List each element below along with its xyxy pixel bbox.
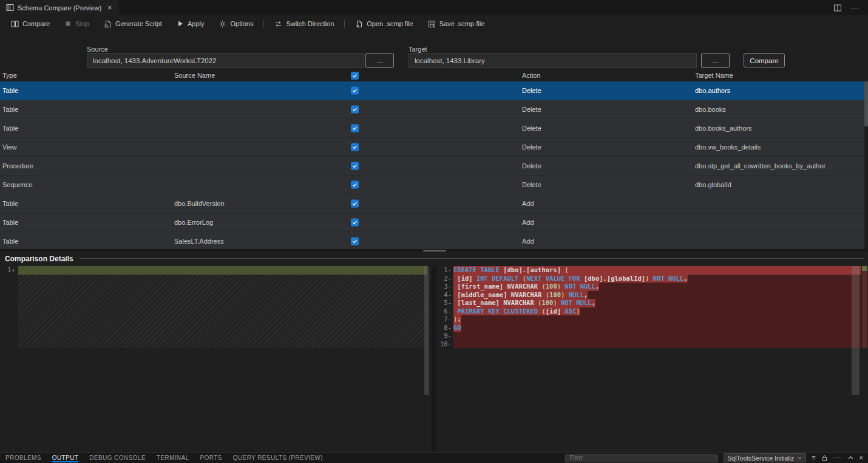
bottom-panel-bar: PROBLEMS OUTPUT DEBUG CONSOLE TERMINAL P…	[0, 452, 868, 463]
comparison-details-header: Comparison Details	[0, 252, 868, 266]
toolbar-label: Stop	[75, 20, 89, 27]
cell-source-name: SalesLT.Address	[174, 238, 224, 245]
code-line: 6- PRIMARY KEY CLUSTERED ([id] ASC)	[436, 307, 868, 316]
chevron-down-icon	[797, 455, 802, 461]
cell-target-name: dbo.books	[695, 106, 726, 113]
close-icon[interactable]: ×	[107, 4, 112, 12]
left-scrollbar-thumb[interactable]	[424, 266, 429, 395]
toolbar-label: Options	[230, 20, 253, 27]
stop-toolbar-button[interactable]: Stop	[57, 17, 97, 30]
table-row[interactable]: Table Delete dbo.books	[0, 100, 864, 119]
panel-tab-ports[interactable]: PORTS	[195, 453, 228, 463]
panel-tab-output[interactable]: OUTPUT	[47, 453, 84, 463]
diff-filler-region	[18, 275, 427, 349]
include-checkbox[interactable]	[351, 200, 359, 208]
panel-tab-debug-console[interactable]: DEBUG CONSOLE	[84, 453, 151, 463]
switch-direction-toolbar-button[interactable]: Switch Direction	[267, 17, 341, 30]
grid-scrollbar-thumb[interactable]	[864, 81, 868, 126]
compare-toolbar-button[interactable]: Compare	[4, 17, 57, 30]
cell-action: Delete	[522, 87, 541, 94]
cell-action: Add	[522, 219, 534, 226]
include-checkbox[interactable]	[351, 106, 359, 114]
include-checkbox[interactable]	[351, 87, 359, 95]
cell-type: Table	[2, 200, 18, 207]
panel-tab-query-results[interactable]: QUERY RESULTS (PREVIEW)	[228, 453, 328, 463]
panel-tab-terminal[interactable]: TERMINAL	[151, 453, 195, 463]
toolbar-divider	[344, 19, 345, 28]
table-row[interactable]: Table dbo.ErrorLog Add	[0, 213, 864, 232]
grid-rows: Table Delete dbo.authors Table Delete db…	[0, 81, 864, 249]
cell-action: Add	[522, 238, 534, 245]
diff-editor: 1+ 1-CREATE TABLE [dbo].[authors] (2- [i…	[0, 266, 868, 452]
stop-icon	[64, 20, 72, 27]
maximize-panel-icon[interactable]	[847, 454, 854, 461]
source-label: Source	[87, 46, 108, 53]
include-checkbox[interactable]	[351, 219, 359, 227]
include-checkbox[interactable]	[351, 181, 359, 189]
panel-tab-problems[interactable]: PROBLEMS	[0, 453, 47, 463]
cell-type: Table	[2, 106, 18, 113]
ruler-deleted-mark	[862, 271, 867, 348]
toolbar-label: Compare	[22, 20, 50, 27]
tab-schema-compare[interactable]: Schema Compare (Preview) ×	[0, 0, 118, 15]
include-checkbox[interactable]	[351, 162, 359, 170]
table-row[interactable]: Procedure Delete dbo.stp_get_all_cowritt…	[0, 157, 864, 176]
column-header-action[interactable]: Action	[522, 72, 541, 79]
cell-target-name: dbo.books_authors	[695, 125, 752, 132]
cell-type: Table	[2, 219, 18, 226]
source-browse-button[interactable]: …	[365, 53, 394, 68]
select-all-checkbox[interactable]	[351, 72, 359, 80]
ruler-added-mark	[862, 266, 867, 271]
column-header-type[interactable]: Type	[2, 72, 17, 79]
include-checkbox[interactable]	[351, 143, 359, 151]
cell-action: Delete	[522, 106, 541, 113]
lock-scroll-icon[interactable]	[821, 454, 828, 461]
panel-more-actions-icon[interactable]: ···	[833, 454, 842, 461]
include-checkbox[interactable]	[351, 238, 359, 245]
column-header-target-name[interactable]: Target Name	[695, 72, 733, 79]
options-toolbar-button[interactable]: Options	[211, 17, 260, 30]
include-checkbox[interactable]	[351, 125, 359, 132]
compare-button[interactable]: Compare	[744, 53, 785, 67]
cell-source-name: dbo.BuildVersion	[174, 200, 225, 207]
open-scmp-toolbar-button[interactable]: Open .scmp file	[348, 17, 420, 30]
code-line: 8-GO	[436, 324, 868, 332]
code-line: 9-	[436, 332, 868, 340]
schema-compare-toolbar: Compare Stop Generate Script Apply Optio…	[0, 15, 868, 32]
target-label: Target	[409, 46, 427, 53]
output-channel-select[interactable]: SqlToolsService Initializ	[724, 453, 806, 462]
target-input[interactable]	[409, 53, 697, 68]
column-header-source-name[interactable]: Source Name	[174, 72, 215, 79]
diff-pane-divider	[432, 266, 436, 452]
apply-toolbar-button[interactable]: Apply	[169, 17, 212, 30]
source-input[interactable]	[87, 53, 364, 68]
diff-left-pane[interactable]: 1+	[0, 266, 432, 452]
table-row[interactable]: View Delete dbo.vw_books_details	[0, 138, 864, 157]
code-line: 1-CREATE TABLE [dbo].[authors] (	[436, 266, 868, 275]
grid-scrollbar[interactable]	[864, 81, 868, 249]
right-scrollbar-thumb[interactable]	[852, 266, 860, 395]
target-browse-button[interactable]: …	[701, 53, 730, 68]
toolbar-label: Switch Direction	[286, 20, 334, 27]
clear-output-icon[interactable]: ≡	[812, 454, 815, 461]
compare-icon	[11, 20, 19, 28]
split-editor-icon[interactable]	[833, 4, 842, 12]
panel-actions: SqlToolsService Initializ ≡ ··· ×	[565, 453, 868, 462]
save-icon	[428, 20, 436, 28]
cell-target-name: dbo.vw_books_details	[695, 143, 761, 151]
close-panel-icon[interactable]: ×	[860, 454, 863, 461]
output-channel-value: SqlToolsService Initializ	[727, 454, 794, 462]
table-row[interactable]: Table SalesLT.Address Add	[0, 232, 864, 249]
table-row[interactable]: Table Delete dbo.authors	[0, 81, 864, 100]
toolbar-label: Apply	[188, 20, 205, 27]
save-scmp-toolbar-button[interactable]: Save .scmp file	[421, 17, 492, 30]
gear-icon	[219, 20, 226, 28]
diff-right-pane[interactable]: 1-CREATE TABLE [dbo].[authors] (2- [id] …	[436, 266, 868, 452]
more-actions-icon[interactable]: ···	[850, 4, 860, 12]
line-number: 1+	[0, 266, 15, 275]
table-row[interactable]: Sequence Delete dbo.globalId	[0, 176, 864, 194]
table-row[interactable]: Table Delete dbo.books_authors	[0, 119, 864, 138]
table-row[interactable]: Table dbo.BuildVersion Add	[0, 194, 864, 213]
generate-script-toolbar-button[interactable]: Generate Script	[97, 17, 169, 30]
output-filter-input[interactable]	[565, 454, 718, 462]
